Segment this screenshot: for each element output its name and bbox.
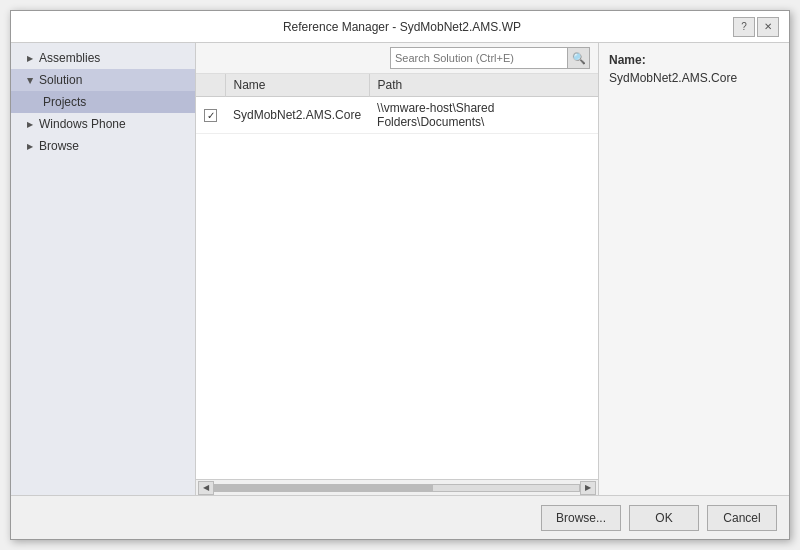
ok-button[interactable]: OK: [629, 505, 699, 531]
expand-icon: ▶: [27, 54, 33, 63]
sidebar-label: Browse: [39, 139, 79, 153]
search-bar: 🔍: [196, 43, 598, 74]
expand-icon: ▶: [27, 142, 33, 151]
hscroll-thumb[interactable]: [215, 485, 433, 491]
scroll-right-button[interactable]: ▶: [580, 481, 596, 495]
sidebar-label: Windows Phone: [39, 117, 126, 131]
row-checkbox-cell: ✓: [196, 97, 225, 134]
row-checkbox[interactable]: ✓: [204, 109, 217, 122]
dialog-body: ▶ Assemblies ▶ Solution Projects ▶ Windo…: [11, 43, 789, 539]
center-content: 🔍 Name Path: [196, 43, 599, 495]
sidebar-item-solution[interactable]: ▶ Solution: [11, 69, 195, 91]
row-name: SydMobNet2.AMS.Core: [225, 97, 369, 134]
table-area: Name Path ✓ SydMobNet2.AMS.Core: [196, 74, 598, 479]
scroll-left-button[interactable]: ◀: [198, 481, 214, 495]
sidebar-item-browse[interactable]: ▶ Browse: [11, 135, 195, 157]
sidebar-label: Assemblies: [39, 51, 100, 65]
table-row[interactable]: ✓ SydMobNet2.AMS.Core \\vmware-host\Shar…: [196, 97, 598, 134]
sidebar-item-windows-phone[interactable]: ▶ Windows Phone: [11, 113, 195, 135]
sidebar-item-assemblies[interactable]: ▶ Assemblies: [11, 47, 195, 69]
row-path: \\vmware-host\Shared Folders\Documents\: [369, 97, 598, 134]
search-input-wrap: 🔍: [390, 47, 590, 69]
expand-icon: ▶: [27, 120, 33, 129]
top-area: ▶ Assemblies ▶ Solution Projects ▶ Windo…: [11, 43, 789, 495]
right-panel: 🔍 Name Path: [196, 43, 789, 495]
title-bar: Reference Manager - SydMobNet2.AMS.WP ? …: [11, 11, 789, 43]
dialog: Reference Manager - SydMobNet2.AMS.WP ? …: [10, 10, 790, 540]
sidebar-label: Solution: [39, 73, 82, 87]
detail-value: SydMobNet2.AMS.Core: [609, 71, 779, 85]
sidebar: ▶ Assemblies ▶ Solution Projects ▶ Windo…: [11, 43, 196, 495]
browse-button[interactable]: Browse...: [541, 505, 621, 531]
hscroll-track[interactable]: [214, 484, 580, 492]
help-button[interactable]: ?: [733, 17, 755, 37]
cancel-button[interactable]: Cancel: [707, 505, 777, 531]
detail-label: Name:: [609, 53, 779, 67]
col-header-checkbox[interactable]: [196, 74, 225, 97]
close-button[interactable]: ✕: [757, 17, 779, 37]
dialog-title: Reference Manager - SydMobNet2.AMS.WP: [71, 20, 733, 34]
search-button[interactable]: 🔍: [567, 48, 589, 68]
bottom-bar: Browse... OK Cancel: [11, 495, 789, 539]
sidebar-label: Projects: [43, 95, 86, 109]
title-buttons: ? ✕: [733, 17, 779, 37]
col-header-path[interactable]: Path: [369, 74, 598, 97]
expand-icon: ▶: [26, 77, 35, 83]
col-header-name[interactable]: Name: [225, 74, 369, 97]
references-table: Name Path ✓ SydMobNet2.AMS.Core: [196, 74, 598, 134]
detail-panel: Name: SydMobNet2.AMS.Core: [599, 43, 789, 495]
sidebar-item-projects[interactable]: Projects: [11, 91, 195, 113]
search-input[interactable]: [391, 50, 567, 66]
hscroll-area: ◀ ▶: [196, 479, 598, 495]
